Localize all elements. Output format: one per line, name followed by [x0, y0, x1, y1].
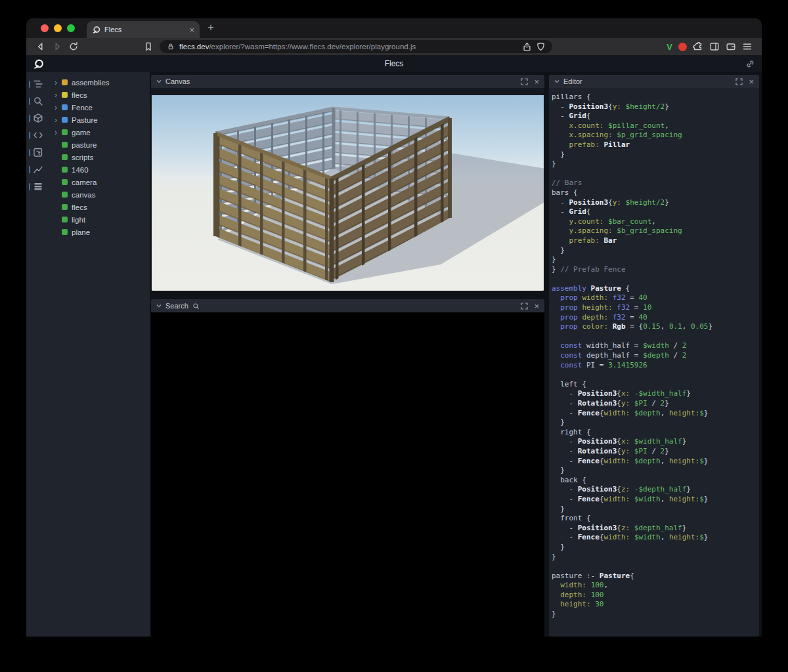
expand-arrow-icon[interactable]: › [55, 91, 62, 99]
close-panel-icon[interactable]: × [534, 302, 539, 310]
rail-stats-button[interactable] [26, 164, 50, 175]
code-line: - Rotation3{y: $PI / 2} [552, 399, 758, 409]
bookmark-icon[interactable] [143, 41, 154, 52]
code-line: prop height: f32 = 10 [552, 303, 758, 313]
collapse-chevron-icon[interactable] [156, 303, 162, 308]
entity-label: light [72, 216, 85, 224]
tree-item-Pasture[interactable]: ›Pasture [50, 114, 150, 126]
wallet-icon[interactable] [726, 41, 736, 52]
entity-label: Fence [72, 104, 93, 112]
code-content: pillars { - Position3{y: $height/2} - Gr… [552, 93, 758, 620]
expand-arrow-icon[interactable]: › [55, 129, 62, 136]
search-panel-title: Search [165, 302, 188, 310]
rail-search-button[interactable] [26, 96, 50, 106]
tree-item-1460[interactable]: 1460 [50, 163, 150, 176]
share-link-icon[interactable] [745, 59, 755, 69]
expand-arrow-icon[interactable]: › [55, 79, 62, 87]
close-panel-icon[interactable]: × [534, 77, 539, 86]
tree-item-scripts[interactable]: scripts [50, 151, 150, 163]
inspector-icon [33, 147, 43, 158]
menu-icon[interactable] [742, 41, 753, 52]
rail-components-button[interactable] [26, 113, 50, 123]
share-icon[interactable] [522, 42, 532, 52]
reload-icon[interactable] [68, 41, 79, 52]
entity-color-square [62, 154, 68, 160]
tree-item-flecs[interactable]: flecs [50, 201, 150, 213]
tree-item-canvas[interactable]: canvas [50, 188, 150, 201]
code-line: left { [552, 380, 758, 390]
code-line [552, 274, 758, 284]
editor-panel-header: Editor × [549, 75, 759, 88]
tree-item-flecs[interactable]: ›flecs [50, 89, 150, 101]
code-line: } [552, 505, 758, 514]
minimize-button[interactable] [54, 24, 62, 32]
tree-item-Fence[interactable]: ›Fence [50, 101, 150, 114]
code-line: width: 100, [552, 581, 758, 591]
close-panel-icon[interactable]: × [749, 77, 754, 86]
entity-color-square [62, 192, 68, 198]
entity-color-square [62, 142, 68, 148]
code-line: - Fence{width: $width, height:$} [552, 495, 758, 505]
search-icon [192, 303, 200, 310]
browser-tab[interactable]: Flecs × [87, 21, 200, 38]
canvas-3d-view[interactable] [152, 95, 544, 291]
app-header: Flecs [26, 55, 762, 72]
entity-color-square [62, 117, 68, 123]
code-line: - Position3{z: -$depth_half} [552, 485, 758, 495]
tick [29, 166, 30, 173]
url-host: flecs.dev [179, 43, 209, 51]
forward-icon[interactable] [52, 41, 62, 52]
fullscreen-icon[interactable] [735, 78, 743, 85]
tree-item-camera[interactable]: camera [50, 176, 150, 188]
tick [29, 81, 30, 88]
tree-item-game[interactable]: ›game [50, 126, 150, 138]
collapse-chevron-icon[interactable] [554, 79, 559, 84]
tree-item-light[interactable]: light [50, 213, 150, 226]
extensions-puzzle-icon[interactable] [693, 41, 703, 52]
rail-entity-tree-button[interactable] [26, 79, 50, 89]
search-results-area [151, 312, 544, 637]
code-line: prefab: Pillar [552, 140, 758, 150]
code-line: pillars { [552, 93, 758, 102]
rail-tables-button[interactable] [26, 181, 50, 192]
rail-inspector-button[interactable] [26, 147, 50, 158]
code-line: assembly Pasture { [552, 284, 758, 294]
fullscreen-icon[interactable] [521, 303, 528, 310]
tab-close-icon[interactable]: × [189, 26, 194, 34]
canvas-panel-body [151, 88, 544, 291]
extension-red-icon[interactable] [678, 43, 687, 51]
fullscreen-icon[interactable] [521, 78, 528, 85]
code-line [552, 562, 758, 572]
back-icon[interactable] [35, 41, 46, 52]
entity-label: plane [72, 228, 90, 236]
extension-v-icon[interactable]: V [667, 42, 672, 52]
code-line: - Fence{width: $depth, height:$} [552, 457, 758, 467]
expand-arrow-icon[interactable]: › [55, 104, 62, 112]
brave-shield-icon[interactable] [536, 42, 546, 52]
collapse-chevron-icon[interactable] [156, 79, 162, 84]
entity-tree-panel: ›assemblies›flecs›Fence›Pasture›gamepast… [50, 72, 150, 637]
entity-color-square [62, 204, 68, 210]
code-line [552, 370, 758, 380]
new-tab-button[interactable]: + [208, 21, 214, 34]
tree-item-plane[interactable]: plane [50, 226, 150, 238]
code-line: - Grid{ [552, 207, 758, 217]
url-bar[interactable]: flecs.dev/explorer/?wasm=https://www.fle… [160, 40, 552, 53]
code-line: - Fence{width: $depth, height:$} [552, 409, 758, 419]
code-line: } [552, 466, 758, 476]
code-line: } [552, 255, 758, 265]
code-line: prop width: f32 = 40 [552, 293, 758, 303]
code-editor[interactable]: pillars { - Position3{y: $height/2} - Gr… [549, 88, 759, 637]
expand-arrow-icon[interactable]: › [55, 116, 62, 124]
code-line: const depth_half = $depth / 2 [552, 351, 758, 361]
page-title: Flecs [26, 59, 762, 68]
zoom-button[interactable] [67, 24, 75, 32]
rail-code-button[interactable] [26, 130, 50, 140]
code-line: prop depth: f32 = 40 [552, 313, 758, 323]
sidebar-icon[interactable] [709, 41, 720, 52]
entity-label: game [72, 129, 91, 136]
code-line: const width_half = $width / 2 [552, 341, 758, 351]
tree-item-assemblies[interactable]: ›assemblies [50, 76, 150, 89]
close-button[interactable] [41, 24, 49, 32]
tree-item-pasture[interactable]: pasture [50, 138, 150, 151]
